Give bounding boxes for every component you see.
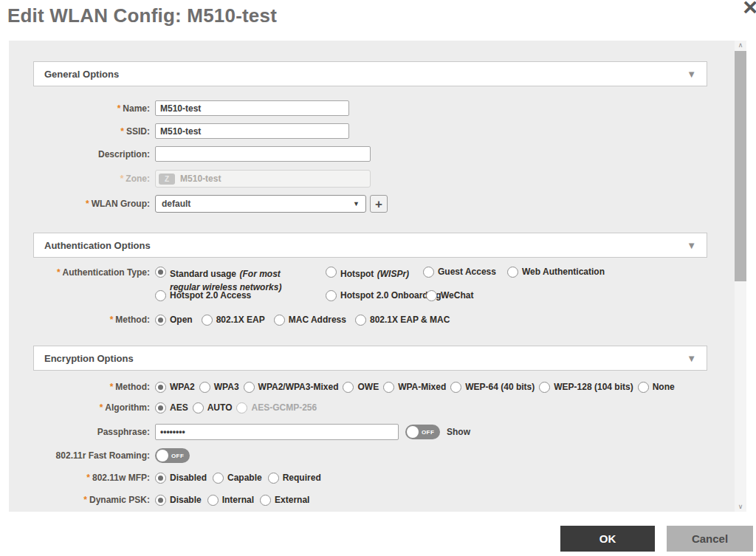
radio-label: WPA-Mixed bbox=[398, 382, 446, 393]
radio-hotspot-wispr[interactable]: Hotspot (WISPr) bbox=[326, 267, 409, 280]
required-marker: * bbox=[110, 382, 114, 392]
radio-dpsk-external[interactable]: External bbox=[260, 495, 309, 506]
radio-icon bbox=[202, 315, 213, 326]
radio-label: WPA3 bbox=[214, 382, 239, 393]
radio-label: Internal bbox=[222, 495, 254, 506]
ssid-input[interactable] bbox=[155, 123, 349, 139]
radio-8021x-eap[interactable]: 802.1X EAP bbox=[202, 315, 265, 326]
radio-note: (WISPr) bbox=[377, 269, 409, 279]
section-title: Encryption Options bbox=[44, 353, 687, 364]
radio-label: AUTO bbox=[207, 402, 233, 413]
section-general-options[interactable]: General Options ▼ bbox=[33, 61, 707, 86]
authentication-type-row: *Authentication Type: Standard usage (Fo… bbox=[33, 267, 707, 302]
algorithm-row: *Algorithm: AES AUTO AES-GCMP-256 bbox=[33, 402, 707, 413]
ok-button[interactable]: OK bbox=[560, 526, 655, 552]
radio-icon bbox=[539, 382, 550, 393]
scrollbar-down-icon[interactable]: ∨ bbox=[735, 502, 746, 512]
radio-wep-64[interactable]: WEP-64 (40 bits) bbox=[450, 382, 535, 393]
required-marker: * bbox=[86, 473, 90, 483]
radio-wep-128[interactable]: WEP-128 (104 bits) bbox=[539, 382, 633, 393]
radio-wechat[interactable]: WeChat bbox=[426, 290, 473, 301]
section-title: Authentication Options bbox=[44, 240, 687, 251]
required-marker: * bbox=[117, 103, 121, 114]
scrollbar-up-icon[interactable]: ∧ bbox=[735, 41, 746, 50]
close-icon[interactable]: × bbox=[743, 0, 756, 19]
radio-label: MAC Address bbox=[289, 315, 346, 326]
chevron-down-icon[interactable]: ▼ bbox=[687, 69, 696, 80]
radio-label: Capable bbox=[227, 473, 262, 484]
radio-mfp-disabled[interactable]: Disabled bbox=[155, 473, 207, 484]
chevron-down-icon[interactable]: ▼ bbox=[687, 353, 696, 364]
radio-selected-icon bbox=[155, 495, 166, 506]
radio-8021x-eap-mac[interactable]: 802.1X EAP & MAC bbox=[355, 315, 450, 326]
name-input[interactable] bbox=[155, 100, 349, 116]
radio-selected-icon bbox=[155, 267, 166, 278]
radio-none[interactable]: None bbox=[638, 382, 675, 393]
radio-mac-address[interactable]: MAC Address bbox=[274, 315, 346, 326]
show-passphrase-toggle[interactable]: OFF bbox=[405, 425, 440, 439]
radio-label: WEP-64 (40 bits) bbox=[465, 382, 535, 393]
mfp-row: *802.11w MFP: Disabled Capable Required bbox=[33, 472, 707, 484]
mfp-label: *802.11w MFP: bbox=[33, 472, 150, 484]
fast-roaming-toggle[interactable]: OFF bbox=[155, 448, 190, 463]
dynamic-psk-row: *Dynamic PSK: Disable Internal External bbox=[33, 494, 707, 506]
add-wlan-group-button[interactable]: + bbox=[370, 195, 388, 213]
section-authentication-options[interactable]: Authentication Options ▼ bbox=[33, 233, 707, 258]
radio-label: OWE bbox=[357, 382, 379, 393]
wlan-group-row: *WLAN Group: default ▼ + bbox=[33, 195, 707, 213]
cancel-button[interactable]: Cancel bbox=[667, 526, 753, 552]
authentication-type-label: *Authentication Type: bbox=[33, 267, 150, 278]
radio-mfp-capable[interactable]: Capable bbox=[213, 473, 262, 484]
radio-open[interactable]: Open bbox=[155, 315, 193, 326]
required-marker: * bbox=[83, 495, 87, 505]
radio-label: WPA2 bbox=[170, 382, 195, 393]
wlan-group-select[interactable]: default ▼ bbox=[155, 195, 366, 213]
radio-owe[interactable]: OWE bbox=[343, 382, 379, 393]
radio-selected-icon bbox=[155, 473, 166, 484]
radio-icon bbox=[268, 473, 279, 484]
name-label: *Name: bbox=[33, 103, 150, 114]
toggle-knob bbox=[157, 450, 168, 461]
radio-mfp-required[interactable]: Required bbox=[268, 473, 321, 484]
radio-dpsk-disable[interactable]: Disable bbox=[155, 495, 202, 506]
radio-icon bbox=[199, 382, 210, 393]
radio-aes-gcmp-256: AES-GCMP-256 bbox=[236, 402, 317, 413]
section-encryption-options[interactable]: Encryption Options ▼ bbox=[33, 346, 707, 371]
radio-icon bbox=[343, 382, 354, 393]
section-title: General Options bbox=[44, 69, 687, 80]
toggle-knob bbox=[407, 426, 419, 438]
radio-auto[interactable]: AUTO bbox=[193, 402, 233, 413]
radio-wpa2-wpa3-mixed[interactable]: WPA2/WPA3-Mixed bbox=[244, 382, 339, 393]
radio-wpa-mixed[interactable]: WPA-Mixed bbox=[383, 382, 446, 393]
radio-guest-access[interactable]: Guest Access bbox=[423, 267, 496, 278]
description-input[interactable] bbox=[155, 146, 371, 162]
radio-standard-usage[interactable]: Standard usage (For most regular wireles… bbox=[155, 267, 297, 293]
radio-label: Hotspot bbox=[340, 269, 374, 279]
radio-label: None bbox=[653, 382, 675, 393]
radio-aes[interactable]: AES bbox=[155, 402, 188, 413]
radio-label: Guest Access bbox=[438, 267, 496, 278]
radio-selected-icon bbox=[155, 402, 166, 413]
radio-dpsk-internal[interactable]: Internal bbox=[207, 495, 254, 506]
page-title: Edit WLAN Config: M510-test bbox=[7, 4, 277, 27]
radio-web-authentication[interactable]: Web Authentication bbox=[507, 267, 605, 278]
scrollbar-thumb[interactable] bbox=[735, 51, 746, 281]
radio-wpa2[interactable]: WPA2 bbox=[155, 382, 195, 393]
radio-icon bbox=[326, 290, 337, 301]
required-marker: * bbox=[57, 267, 61, 278]
encryption-method-row: *Method: WPA2 WPA3 WPA2/WPA3-Mixed OWE W… bbox=[33, 381, 707, 393]
scrollbar[interactable]: ∧ ∨ bbox=[735, 41, 746, 512]
wlan-group-value: default bbox=[162, 199, 353, 209]
required-marker: * bbox=[110, 315, 114, 325]
radio-hotspot20-access[interactable]: Hotspot 2.0 Access bbox=[155, 290, 251, 301]
passphrase-input[interactable] bbox=[155, 424, 399, 440]
radio-icon bbox=[507, 267, 518, 278]
radio-label: 802.1X EAP bbox=[216, 315, 265, 326]
radio-label: 802.1X EAP & MAC bbox=[370, 315, 450, 326]
radio-wpa3[interactable]: WPA3 bbox=[199, 382, 239, 393]
dynamic-psk-label: *Dynamic PSK: bbox=[33, 494, 150, 506]
chevron-down-icon[interactable]: ▼ bbox=[687, 240, 696, 251]
radio-label: Required bbox=[283, 473, 321, 484]
radio-icon bbox=[236, 402, 247, 413]
radio-hotspot20-onboarding[interactable]: Hotspot 2.0 Onboarding bbox=[326, 290, 441, 301]
